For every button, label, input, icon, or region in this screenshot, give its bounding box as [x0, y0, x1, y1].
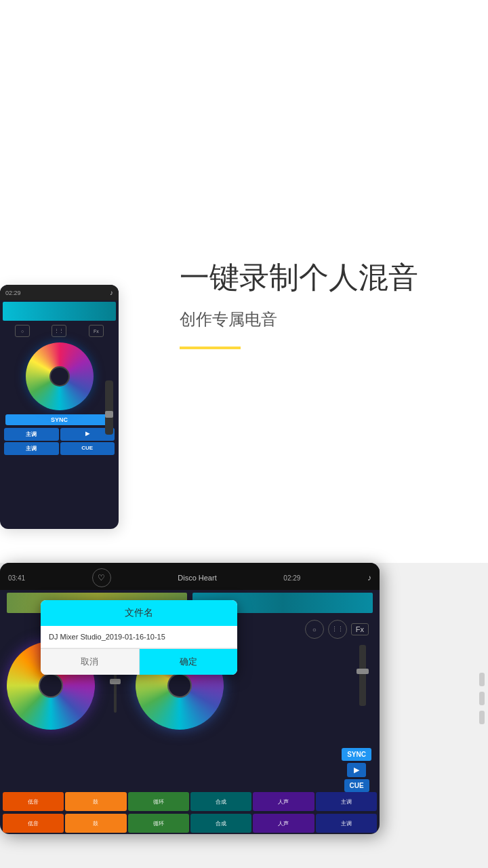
yellow-accent-line — [180, 347, 241, 349]
device2-time-left: 03:41 — [8, 574, 25, 582]
device2-dialog-cancel-btn[interactable]: 取消 — [41, 649, 140, 675]
device2-side-btn-2[interactable] — [479, 692, 485, 705]
device1-controls: ○ ⋮⋮ Fx — [0, 322, 119, 340]
device2-pad-loop2[interactable]: 循环 — [128, 814, 189, 833]
device1-loop-btn[interactable]: ○ — [15, 325, 30, 337]
device2-right-fader[interactable] — [359, 645, 366, 706]
device1-fader-knob — [105, 411, 113, 418]
device2-note-icon: ♪ — [367, 573, 371, 583]
device2-pad-bass2[interactable]: 低音 — [3, 814, 64, 833]
device2-track-title: Disco Heart — [178, 574, 216, 582]
device1-key2-btn[interactable]: 主调 — [4, 442, 59, 455]
top-section: 一键录制个人混音 创作专属电音 02:29 ♪ ○ ⋮⋮ Fx — [0, 0, 488, 542]
device1-bottom-buttons: 主调 ▶ 主调 CUE — [0, 427, 119, 456]
device2-dialog-buttons: 取消 确定 — [41, 648, 237, 675]
device1-time: 02:29 — [5, 290, 21, 296]
device2-sync-btn[interactable]: SYNC — [342, 748, 371, 761]
device2-pad-key1[interactable]: 主调 — [316, 792, 377, 811]
device2-side-btn-1[interactable] — [479, 673, 485, 686]
device1-eq-btn[interactable]: ⋮⋮ — [52, 325, 66, 337]
device2-dialog-title: 文件名 — [41, 600, 237, 626]
device2-side-btn-3[interactable] — [479, 711, 485, 724]
device2-dialog-input-area[interactable]: DJ Mixer Studio_2019-01-16-10-15 — [41, 626, 237, 648]
device2-fx-btn[interactable]: Fx — [351, 623, 369, 635]
device1-key1-btn[interactable]: 主调 — [4, 428, 59, 441]
device2-transport-buttons: SYNC ▶ CUE — [342, 748, 371, 792]
device2-fader-handle — [110, 679, 121, 684]
device2-pad-drum2[interactable]: 鼓 — [65, 814, 126, 833]
device2-turntable-right-center — [167, 673, 192, 698]
device1-cue-btn[interactable]: CUE — [60, 442, 115, 455]
device2-pad-loop1[interactable]: 循环 — [128, 792, 189, 811]
device2-side-buttons — [479, 673, 485, 724]
headline-subtitle: 创作专属电音 — [180, 309, 418, 330]
device1-note-icon: ♪ — [110, 289, 113, 296]
device2-eq-icon[interactable]: ⋮⋮ — [328, 620, 347, 639]
device2-dialog-filename: DJ Mixer Studio_2019-01-16-10-15 — [49, 633, 229, 641]
device1-screen: 02:29 ♪ ○ ⋮⋮ Fx SYNC — [0, 285, 119, 529]
device2-dialog-confirm-btn[interactable]: 确定 — [140, 649, 238, 675]
headline-title: 一键录制个人混音 — [180, 258, 418, 298]
device2-heartbeat-icon[interactable]: ♡ — [92, 568, 111, 587]
device1-waveform — [3, 302, 116, 321]
device2-pad-vocal2[interactable]: 人声 — [253, 814, 314, 833]
device1-fader[interactable] — [105, 380, 113, 435]
device1-header: 02:29 ♪ — [0, 285, 119, 300]
device2-time-right: 02:29 — [283, 574, 300, 582]
device1-turntable[interactable] — [26, 342, 94, 410]
device2-header: 03:41 ♡ Disco Heart 02:29 ♪ — [0, 563, 380, 590]
device2-right-fader-handle — [357, 669, 369, 674]
device2-pad-drum1[interactable]: 鼓 — [65, 792, 126, 811]
device1-turntable-center — [49, 366, 70, 387]
device2-right-bezel — [376, 563, 488, 834]
device2-pad-synth2[interactable]: 合成 — [190, 814, 251, 833]
device1-sync-btn[interactable]: SYNC — [5, 414, 113, 425]
device2-pad-key2[interactable]: 主调 — [316, 814, 377, 833]
device2-pad-vocal1[interactable]: 人声 — [253, 792, 314, 811]
device2-pads: 低音 鼓 循环 合成 人声 主调 低音 鼓 循环 合成 人声 主调 — [0, 791, 380, 834]
headline-area: 一键录制个人混音 创作专属电音 — [180, 258, 418, 349]
device2-pad-bass1[interactable]: 低音 — [3, 792, 64, 811]
device2-pads-row2: 低音 鼓 循环 合成 人声 主调 — [0, 812, 380, 834]
device2-loop-icon[interactable]: ○ — [305, 620, 324, 639]
device2-dialog: 文件名 DJ Mixer Studio_2019-01-16-10-15 取消 … — [41, 600, 237, 675]
device1-fx-btn[interactable]: Fx — [89, 325, 104, 337]
device2-pads-row1: 低音 鼓 循环 合成 人声 主调 — [0, 791, 380, 812]
device-mockup-2: 03:41 ♡ Disco Heart 02:29 ♪ ◆ ⚙ ○ ⋮⋮ Fx — [0, 563, 380, 834]
device2-pad-synth1[interactable]: 合成 — [190, 792, 251, 811]
device-mockup-1: 02:29 ♪ ○ ⋮⋮ Fx SYNC — [0, 285, 119, 529]
device2-play-btn[interactable]: ▶ — [347, 763, 366, 777]
device2-turntable-left-center — [39, 673, 63, 698]
